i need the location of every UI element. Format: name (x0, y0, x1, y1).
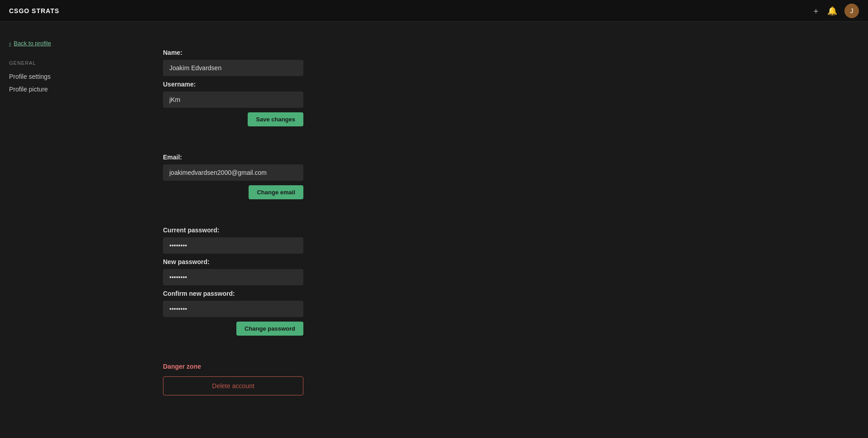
change-email-wrapper: Change email (163, 185, 303, 199)
name-username-section: Name: Username: Save changes (163, 49, 408, 126)
save-changes-button[interactable]: Save changes (248, 112, 303, 126)
sidebar-section-general: GENERAL (9, 60, 118, 66)
navbar: CSGO STRATS ＋ 🔔 J (0, 0, 868, 22)
danger-zone-label: Danger zone (163, 363, 408, 370)
email-label: Email: (163, 154, 408, 161)
new-password-input[interactable] (163, 269, 303, 285)
add-icon[interactable]: ＋ (812, 5, 820, 16)
bell-icon[interactable]: 🔔 (827, 6, 837, 16)
change-password-button[interactable]: Change password (236, 322, 303, 336)
new-password-label: New password: (163, 258, 408, 265)
change-email-button[interactable]: Change email (249, 185, 303, 199)
delete-account-button[interactable]: Delete account (163, 376, 303, 395)
avatar[interactable]: J (844, 4, 859, 18)
name-input[interactable] (163, 60, 303, 76)
change-password-wrapper: Change password (163, 322, 303, 336)
avatar-text: J (850, 7, 854, 14)
back-arrow-icon: ‹ (9, 40, 11, 47)
current-password-label: Current password: (163, 226, 408, 234)
username-label: Username: (163, 81, 408, 88)
email-input[interactable] (163, 164, 303, 181)
name-label: Name: (163, 49, 408, 56)
email-section: Email: Change email (163, 154, 408, 199)
main-layout: ‹ Back to profile GENERAL Profile settin… (0, 22, 868, 438)
username-input[interactable] (163, 91, 303, 108)
main-content: Name: Username: Save changes Email: Chan… (127, 22, 444, 438)
confirm-password-label: Confirm new password: (163, 290, 408, 297)
back-link-label: Back to profile (14, 40, 51, 47)
sidebar-item-profile-settings[interactable]: Profile settings (9, 71, 118, 82)
danger-zone-section: Danger zone Delete account (163, 363, 408, 395)
navbar-icons: ＋ 🔔 J (812, 4, 859, 18)
back-to-profile-link[interactable]: ‹ Back to profile (9, 40, 118, 47)
sidebar: ‹ Back to profile GENERAL Profile settin… (0, 22, 127, 438)
confirm-password-input[interactable] (163, 301, 303, 317)
current-password-input[interactable] (163, 237, 303, 254)
save-changes-wrapper: Save changes (163, 112, 303, 126)
app-logo: CSGO STRATS (9, 7, 59, 14)
sidebar-item-profile-picture[interactable]: Profile picture (9, 84, 118, 95)
password-section: Current password: New password: Confirm … (163, 226, 408, 336)
